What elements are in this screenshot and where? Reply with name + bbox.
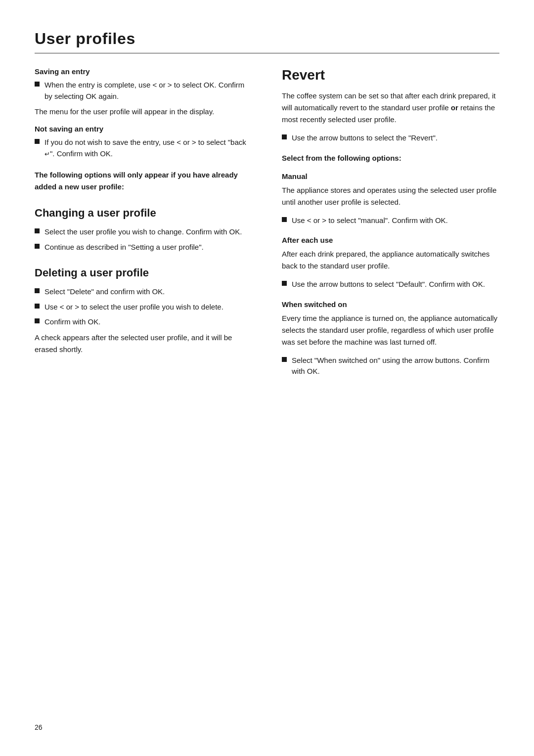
manual-paragraph1: The appliance stores and operates using …: [282, 184, 499, 208]
bullet-icon: [282, 134, 287, 139]
changing-section: Changing a user profile Select the user …: [35, 207, 252, 253]
when-switched-on-paragraph1: Every time the appliance is turned on, t…: [282, 312, 499, 348]
revert-bullet1: Use the arrow buttons to select the "Rev…: [282, 133, 499, 144]
revert-section: Revert The coffee system can be set so t…: [282, 67, 499, 144]
left-column: Saving an entry When the entry is comple…: [35, 67, 252, 381]
following-options-paragraph: The following options will only appear i…: [35, 169, 252, 193]
after-each-use-section: After each use After each drink prepared…: [282, 236, 499, 290]
changing-bullet1: Select the user profile you wish to chan…: [35, 226, 252, 238]
saving-entry-paragraph1: The menu for the user profile will appea…: [35, 106, 252, 118]
saving-entry-heading: Saving an entry: [35, 67, 252, 76]
revert-paragraph1: The coffee system can be set so that aft…: [282, 90, 499, 126]
back-icon: ↵: [44, 150, 50, 158]
bullet-icon: [35, 288, 40, 293]
when-switched-on-bullet1: Select "When switched on" using the arro…: [282, 355, 499, 377]
page-title: User profiles: [35, 30, 499, 48]
page-number: 26: [35, 723, 43, 731]
select-options-section: Select from the following options: Manua…: [282, 154, 499, 377]
not-saving-section: Not saving an entry If you do not wish t…: [35, 125, 252, 159]
after-each-use-paragraph1: After each drink prepared, the appliance…: [282, 248, 499, 272]
when-switched-on-subheading: When switched on: [282, 300, 499, 309]
not-saving-bullet1: If you do not wish to save the entry, us…: [35, 137, 252, 159]
manual-bullet1-text: Use < or > to select "manual". Confirm w…: [292, 215, 499, 226]
manual-section: Manual The appliance stores and operates…: [282, 172, 499, 226]
after-each-use-bullet1-text: Use the arrow buttons to select "Default…: [292, 279, 499, 290]
deleting-title: Deleting a user profile: [35, 267, 252, 279]
after-each-use-subheading: After each use: [282, 236, 499, 244]
saving-entry-bullet1-text: When the entry is complete, use < or > t…: [44, 80, 252, 102]
bullet-icon: [35, 228, 40, 233]
deleting-bullet2-text: Use < or > to select the user profile yo…: [44, 302, 252, 313]
deleting-bullet3-text: Confirm with OK.: [44, 316, 252, 328]
when-switched-on-bullet1-text: Select "When switched on" using the arro…: [292, 355, 499, 377]
right-column: Revert The coffee system can be set so t…: [282, 67, 499, 381]
revert-bullet1-text: Use the arrow buttons to select the "Rev…: [292, 133, 499, 144]
bullet-icon: [282, 357, 287, 362]
bullet-icon: [35, 244, 40, 249]
deleting-bullet2: Use < or > to select the user profile yo…: [35, 302, 252, 313]
deleting-paragraph1: A check appears after the selected user …: [35, 332, 252, 356]
changing-bullet2: Continue as described in "Setting a user…: [35, 242, 252, 253]
changing-title: Changing a user profile: [35, 207, 252, 220]
manual-bullet1: Use < or > to select "manual". Confirm w…: [282, 215, 499, 226]
bullet-icon: [282, 281, 287, 286]
saving-entry-section: Saving an entry When the entry is comple…: [35, 67, 252, 118]
changing-bullet2-text: Continue as described in "Setting a user…: [44, 242, 252, 253]
bullet-icon: [35, 139, 40, 144]
deleting-bullet3: Confirm with OK.: [35, 316, 252, 328]
when-switched-on-section: When switched on Every time the applianc…: [282, 300, 499, 377]
changing-bullet1-text: Select the user profile you wish to chan…: [44, 226, 252, 238]
deleting-bullet1: Select "Delete" and confirm with OK.: [35, 286, 252, 298]
bullet-icon: [35, 82, 40, 87]
not-saving-bullet1-text: If you do not wish to save the entry, us…: [44, 137, 252, 159]
not-saving-heading: Not saving an entry: [35, 125, 252, 133]
bullet-icon: [35, 318, 40, 323]
saving-entry-bullet1: When the entry is complete, use < or > t…: [35, 80, 252, 102]
bullet-icon: [282, 217, 287, 222]
bullet-icon: [35, 304, 40, 309]
select-options-heading: Select from the following options:: [282, 154, 499, 162]
after-each-use-bullet1: Use the arrow buttons to select "Default…: [282, 279, 499, 290]
deleting-section: Deleting a user profile Select "Delete" …: [35, 267, 252, 356]
title-divider: [35, 53, 499, 53]
main-content: Saving an entry When the entry is comple…: [35, 67, 499, 381]
deleting-bullet1-text: Select "Delete" and confirm with OK.: [44, 286, 252, 298]
manual-subheading: Manual: [282, 172, 499, 180]
revert-title: Revert: [282, 67, 499, 83]
